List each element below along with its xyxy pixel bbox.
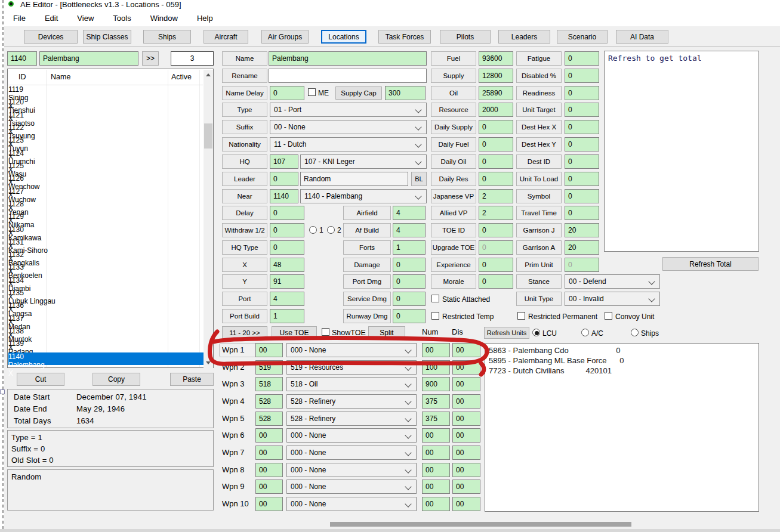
tab-pilots[interactable]: Pilots bbox=[440, 30, 491, 44]
name-delay-label[interactable]: Name Delay bbox=[222, 86, 267, 100]
list-row[interactable]: 1120TienshuiX bbox=[8, 98, 204, 110]
fatigue-label[interactable]: Fatigue bbox=[516, 51, 562, 66]
list-row[interactable]: 1124UrumchiX bbox=[8, 149, 204, 162]
list-row[interactable]: 1129NiikamaX bbox=[8, 212, 204, 225]
unit-list-item[interactable]: 5863 - Palembang Cdo 0 bbox=[489, 345, 624, 355]
withdraw-radio-2[interactable] bbox=[327, 226, 335, 234]
prim-unit-field[interactable]: 0 bbox=[565, 258, 599, 272]
near-dropdown[interactable]: 1140 - Palembang bbox=[300, 189, 427, 203]
daily-res-field[interactable]: 0 bbox=[479, 172, 513, 186]
list-row[interactable]: 1123TuyunX bbox=[8, 136, 204, 149]
tab-task-forces[interactable]: Task Forces bbox=[378, 30, 431, 44]
upgrade-toe-label[interactable]: Upgrade TOE bbox=[431, 240, 476, 255]
suffix-dropdown[interactable]: 00 - None bbox=[270, 120, 427, 134]
wpn-dis-field[interactable]: 00 bbox=[452, 497, 480, 511]
wpn-id-field[interactable]: 00 bbox=[255, 446, 283, 460]
list-scrollbar[interactable] bbox=[204, 70, 213, 368]
menu-view[interactable]: View bbox=[75, 13, 96, 24]
dest-hex-x-label[interactable]: Dest Hex X bbox=[516, 120, 562, 134]
airfield-field[interactable]: 4 bbox=[393, 206, 426, 220]
port-dmg-label[interactable]: Port Dmg bbox=[343, 274, 391, 289]
col-header-id[interactable]: ID bbox=[19, 73, 26, 81]
list-row[interactable]: 1121TsiaotsoX bbox=[8, 111, 204, 123]
tab-locations[interactable]: Locations bbox=[321, 30, 366, 44]
type-label[interactable]: Type bbox=[222, 103, 267, 117]
garrison-a-field[interactable]: 20 bbox=[565, 240, 599, 255]
experience-field[interactable]: 0 bbox=[479, 258, 513, 272]
list-row[interactable]: 1135Lubuk LinggauX bbox=[8, 289, 204, 301]
split-button[interactable]: Split bbox=[368, 326, 405, 339]
list-row[interactable]: 1127WuchowX bbox=[8, 187, 204, 200]
x-label[interactable]: X bbox=[222, 258, 267, 272]
morale-field[interactable]: 0 bbox=[479, 274, 513, 289]
withdraw-field[interactable]: 0 bbox=[270, 223, 304, 237]
me-checkbox[interactable] bbox=[308, 88, 316, 96]
rename-field[interactable] bbox=[269, 69, 427, 83]
damage-label[interactable]: Damage bbox=[343, 258, 391, 272]
horizontal-scroll-thumb[interactable] bbox=[330, 522, 631, 527]
list-row[interactable]: 1134DjambiX bbox=[8, 276, 204, 289]
restricted-temp-checkbox[interactable] bbox=[431, 312, 439, 320]
wpn-id-field[interactable]: 00 bbox=[255, 343, 283, 357]
wpn-dropdown[interactable]: 000 - None bbox=[286, 463, 417, 477]
wpn-num-field[interactable]: 375 bbox=[422, 412, 450, 426]
list-row[interactable]: 1130KamikawaX bbox=[8, 225, 204, 238]
port-build-label[interactable]: Port Build bbox=[222, 309, 267, 323]
wpn-id-field[interactable]: 518 bbox=[255, 377, 283, 391]
tab-devices[interactable]: Devices bbox=[24, 30, 78, 44]
forward-button[interactable]: >> bbox=[142, 51, 159, 66]
hq-type-label[interactable]: HQ Type bbox=[222, 240, 267, 255]
paste-button[interactable]: Paste bbox=[170, 373, 214, 386]
col-header-name[interactable]: Name bbox=[51, 73, 70, 81]
garrison-j-label[interactable]: Garrison J bbox=[516, 223, 562, 237]
suffix-label[interactable]: Suffix bbox=[222, 120, 267, 134]
wpn-num-field[interactable]: 00 bbox=[422, 343, 450, 357]
wpn-num-field[interactable]: 00 bbox=[422, 463, 450, 477]
name-field[interactable]: Palembang bbox=[269, 51, 427, 66]
wpn-dis-field[interactable]: 00 bbox=[452, 446, 480, 460]
wpn-num-field[interactable]: 00 bbox=[422, 497, 450, 511]
unit-list-item[interactable]: 5895 - Palembang ML Base Force 0 bbox=[489, 355, 624, 366]
wpn-dropdown[interactable]: 518 - Oil bbox=[286, 377, 417, 391]
list-row[interactable]: 1125WasuX bbox=[8, 162, 204, 174]
units-listbox[interactable]: 5863 - Palembang Cdo 05895 - Palembang M… bbox=[485, 343, 759, 512]
wpn-id-field[interactable]: 00 bbox=[255, 428, 283, 443]
stance-label[interactable]: Stance bbox=[516, 274, 562, 289]
wpn-dis-field[interactable]: 00 bbox=[452, 360, 480, 375]
near-id-field[interactable]: 1140 bbox=[270, 189, 298, 203]
restricted-permanent-checkbox[interactable] bbox=[517, 312, 525, 320]
airfield-label[interactable]: Airfield bbox=[343, 206, 391, 220]
wpn-dropdown[interactable]: 000 - None bbox=[286, 480, 417, 494]
wpn-dropdown[interactable]: 000 - None bbox=[286, 343, 417, 357]
y-field[interactable]: 91 bbox=[270, 274, 304, 289]
toe-id-label[interactable]: TOE ID bbox=[431, 223, 476, 237]
forts-field[interactable]: 1 bbox=[393, 240, 426, 255]
radio-lcu[interactable] bbox=[532, 329, 540, 336]
delay-label[interactable]: Delay bbox=[222, 206, 267, 220]
withdraw-radio-1[interactable] bbox=[309, 226, 317, 234]
dest-id-field[interactable]: 0 bbox=[565, 154, 599, 169]
supply-label[interactable]: Supply bbox=[431, 69, 476, 83]
daily-supply-label[interactable]: Daily Supply bbox=[431, 120, 476, 134]
leader-name-field[interactable]: Random bbox=[300, 172, 408, 186]
wpn-dropdown[interactable]: 000 - None bbox=[286, 497, 417, 511]
wpn-num-field[interactable]: 375 bbox=[422, 394, 450, 409]
wpn-dis-field[interactable]: 00 bbox=[452, 428, 480, 443]
service-dmg-field[interactable]: 0 bbox=[393, 292, 426, 306]
fuel-field[interactable]: 93600 bbox=[479, 51, 513, 66]
wpn-num-field[interactable]: 00 bbox=[422, 428, 450, 443]
refresh-total-button[interactable]: Refresh Total bbox=[662, 257, 759, 271]
garrison-a-label[interactable]: Garrison A bbox=[516, 240, 562, 255]
readiness-label[interactable]: Readiness bbox=[516, 86, 562, 100]
daily-oil-label[interactable]: Daily Oil bbox=[431, 154, 476, 169]
morale-label[interactable]: Morale bbox=[431, 274, 476, 289]
japanese-vp-field[interactable]: 2 bbox=[479, 189, 513, 203]
list-row[interactable]: 1122TsuyungX bbox=[8, 123, 204, 136]
type-dropdown[interactable]: 01 - Port bbox=[270, 103, 427, 117]
scroll-down-icon[interactable] bbox=[206, 361, 211, 364]
nationality-label[interactable]: Nationality bbox=[222, 137, 267, 151]
list-row[interactable]: 1138MuntokX bbox=[8, 327, 204, 339]
unit-to-load-label[interactable]: Unit To Load bbox=[516, 172, 562, 186]
forts-label[interactable]: Forts bbox=[343, 240, 391, 255]
selected-id-field[interactable]: 1140 bbox=[7, 51, 37, 66]
